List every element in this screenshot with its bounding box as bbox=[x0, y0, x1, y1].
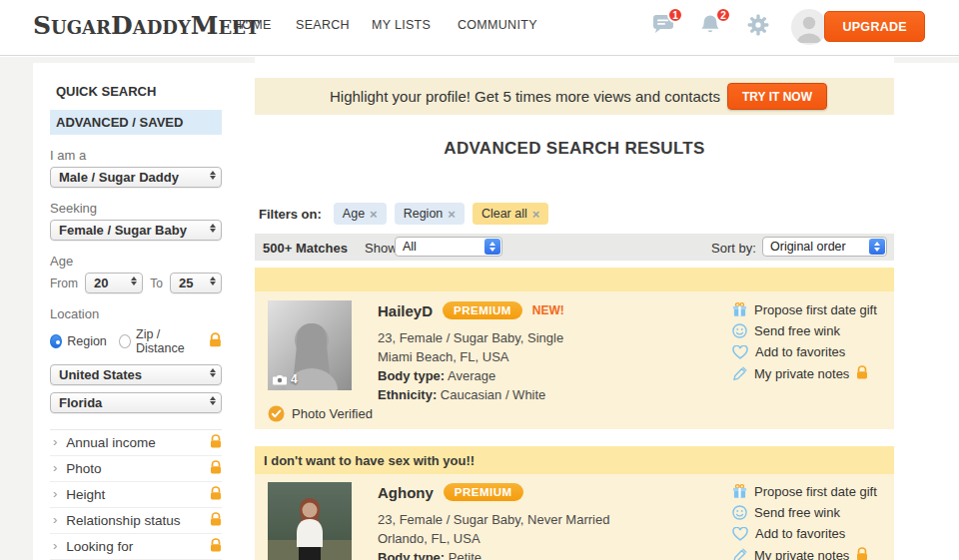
chevron-right-icon: › bbox=[53, 538, 57, 553]
profile-photo[interactable]: 4 bbox=[268, 300, 352, 390]
sort-select[interactable]: Original order bbox=[762, 237, 887, 257]
profile-details: 23, Female / Sugar Baby, Single Miami Be… bbox=[378, 328, 564, 404]
try-it-now-button[interactable]: TRY IT NOW bbox=[727, 83, 827, 110]
send-wink-action[interactable]: Send free wink bbox=[732, 323, 877, 338]
country-value: United States bbox=[59, 367, 142, 382]
profile-detail-line: 23, Female / Sugar Baby, Single bbox=[378, 328, 564, 347]
profile-info: HaileyD PREMIUM NEW! 23, Female / Sugar … bbox=[378, 301, 564, 404]
messages-icon[interactable]: 1 bbox=[651, 14, 677, 40]
upgrade-button[interactable]: UPGRADE bbox=[824, 11, 925, 42]
search-sidebar: QUICK SEARCH ADVANCED / SAVED I am a Mal… bbox=[33, 63, 240, 560]
site-logo[interactable]: SugarDaddyMeet bbox=[33, 11, 259, 40]
nav-my-lists[interactable]: MY LISTS bbox=[372, 18, 431, 32]
zip-distance-label[interactable]: Zip / Distance bbox=[136, 327, 201, 355]
wink-smiley-icon bbox=[732, 323, 747, 338]
nav-home[interactable]: HOME bbox=[233, 18, 272, 32]
propose-gift-action[interactable]: Propose first date gift bbox=[732, 301, 877, 317]
send-wink-action[interactable]: Send free wink bbox=[732, 505, 877, 520]
notifications-icon[interactable]: 2 bbox=[699, 14, 725, 40]
nav-community[interactable]: COMMUNITY bbox=[458, 18, 537, 32]
match-count: 500+ Matches bbox=[263, 241, 348, 256]
result-card: I don't want to have sex with you!! bbox=[255, 446, 894, 560]
gear-icon bbox=[747, 14, 769, 36]
propose-gift-action[interactable]: Propose first date gift bbox=[732, 483, 877, 499]
settings-gear-icon[interactable] bbox=[747, 14, 773, 40]
profile-photo[interactable] bbox=[268, 482, 352, 560]
lock-icon bbox=[210, 460, 222, 478]
filter-chip-age[interactable]: Age × bbox=[334, 203, 387, 225]
active-filters-row: Filters on: Age × Region × Clear all × bbox=[255, 202, 894, 226]
filter-annual-income[interactable]: › Annual income bbox=[50, 430, 222, 456]
gift-icon bbox=[732, 301, 747, 317]
profile-avatar[interactable] bbox=[791, 9, 827, 45]
zip-distance-radio[interactable] bbox=[119, 334, 131, 348]
promo-banner: Highlight your profile! Get 5 times more… bbox=[255, 78, 894, 115]
profile-detail-line: Ethnicity: Caucasian / White bbox=[378, 385, 564, 404]
age-from-select[interactable]: 20 bbox=[85, 273, 143, 293]
filter-height[interactable]: › Height bbox=[50, 482, 222, 508]
camera-icon bbox=[273, 374, 287, 385]
card-body: Aghony PREMIUM 23, Female / Sugar Baby, … bbox=[255, 474, 894, 560]
filter-photo[interactable]: › Photo bbox=[50, 456, 222, 482]
verified-check-icon bbox=[268, 405, 285, 422]
age-from-label: From bbox=[50, 277, 78, 290]
select-stepper-icon bbox=[210, 396, 216, 405]
state-select[interactable]: Florida bbox=[50, 392, 222, 413]
premium-badge: PREMIUM bbox=[443, 301, 522, 319]
photo-count-overlay: 4 bbox=[273, 372, 298, 386]
profile-name[interactable]: Aghony bbox=[378, 484, 434, 501]
state-value: Florida bbox=[59, 395, 102, 410]
chevron-right-icon: › bbox=[53, 460, 57, 475]
filter-looking-for[interactable]: › Looking for bbox=[50, 534, 222, 560]
i-am-a-label: I am a bbox=[50, 148, 222, 163]
private-notes-action[interactable]: My private notes bbox=[732, 547, 877, 560]
profile-details: 23, Female / Sugar Baby, Never Married O… bbox=[378, 510, 609, 560]
nav-search[interactable]: SEARCH bbox=[296, 18, 350, 32]
profile-detail-line: Orlando, FL, USA bbox=[378, 529, 609, 548]
photo-placeholder bbox=[268, 482, 352, 560]
select-stepper-icon bbox=[869, 239, 885, 255]
profile-headline: I don't want to have sex with you!! bbox=[255, 446, 894, 474]
profile-actions: Propose first date gift Send free wink bbox=[732, 483, 877, 560]
lock-icon bbox=[210, 512, 222, 530]
lock-icon bbox=[856, 547, 868, 560]
private-notes-action[interactable]: My private notes bbox=[732, 365, 877, 382]
clear-all-chip[interactable]: Clear all × bbox=[473, 203, 548, 225]
show-select[interactable]: All bbox=[395, 237, 502, 257]
filter-relationship-status[interactable]: › Relationship status bbox=[50, 508, 222, 534]
remove-filter-icon[interactable]: × bbox=[532, 207, 540, 222]
add-favorites-action[interactable]: Add to favorites bbox=[732, 344, 877, 359]
location-label: Location bbox=[50, 306, 222, 321]
results-main: Highlight your profile! Get 5 times more… bbox=[255, 55, 894, 560]
region-radio-label[interactable]: Region bbox=[67, 334, 107, 348]
remove-filter-icon[interactable]: × bbox=[370, 207, 378, 222]
region-radio[interactable] bbox=[50, 334, 62, 348]
filter-chip-region[interactable]: Region × bbox=[395, 203, 465, 225]
i-am-a-select[interactable]: Male / Sugar Daddy bbox=[50, 167, 222, 188]
tab-advanced-saved[interactable]: ADVANCED / SAVED bbox=[50, 110, 222, 135]
i-am-a-value: Male / Sugar Daddy bbox=[59, 170, 179, 185]
pencil-icon bbox=[732, 548, 747, 560]
profile-actions: Propose first date gift Send free wink bbox=[732, 301, 877, 382]
age-to-select[interactable]: 25 bbox=[170, 273, 222, 293]
sort-by-label: Sort by: bbox=[711, 241, 756, 256]
lock-icon bbox=[210, 434, 222, 452]
profile-name[interactable]: HaileyD bbox=[378, 302, 433, 319]
results-toolbar: 500+ Matches Show: All Sort by: Original… bbox=[255, 234, 894, 261]
photo-verified-label: Photo Verified bbox=[292, 406, 373, 421]
page: SugarDaddyMeet HOME SEARCH MY LISTS COMM… bbox=[0, 0, 959, 560]
age-to-label: To bbox=[150, 277, 163, 290]
remove-filter-icon[interactable]: × bbox=[448, 207, 456, 222]
age-range-row: From 20 To 25 bbox=[50, 273, 222, 293]
photo-verified-row: Photo Verified bbox=[268, 405, 373, 422]
add-favorites-action[interactable]: Add to favorites bbox=[732, 526, 877, 541]
country-select[interactable]: United States bbox=[50, 364, 222, 385]
profile-info: Aghony PREMIUM 23, Female / Sugar Baby, … bbox=[378, 483, 609, 560]
seeking-value: Female / Sugar Baby bbox=[59, 223, 187, 238]
chevron-right-icon: › bbox=[53, 512, 57, 527]
filters-on-label: Filters on: bbox=[259, 207, 322, 222]
page-title: ADVANCED SEARCH RESULTS bbox=[255, 139, 894, 159]
seeking-select[interactable]: Female / Sugar Baby bbox=[50, 220, 222, 241]
tab-quick-search[interactable]: QUICK SEARCH bbox=[50, 79, 222, 104]
notifications-badge: 2 bbox=[715, 7, 731, 23]
